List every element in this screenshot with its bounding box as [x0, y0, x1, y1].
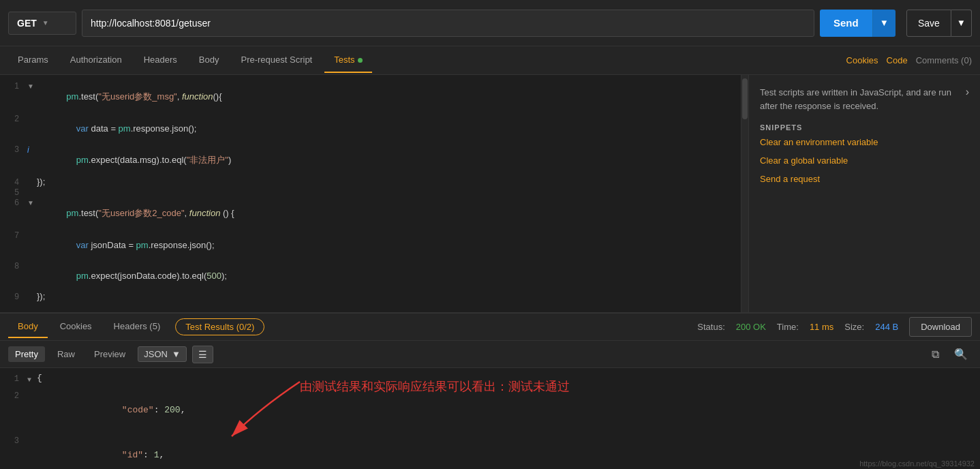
snippet-clear-global[interactable]: Clear a global variable — [760, 155, 969, 166]
tab-response-body[interactable]: Body — [8, 316, 48, 338]
fold-icon-6[interactable]: ▼ — [27, 197, 37, 207]
tab-authorization[interactable]: Authorization — [61, 48, 132, 73]
tab-pre-request[interactable]: Pre-request Script — [231, 48, 322, 73]
size-value: 244 B — [875, 322, 898, 332]
url-input[interactable] — [82, 10, 814, 37]
tab-test-results[interactable]: Test Results (0/2) — [175, 318, 264, 335]
request-tabs: Params Authorization Headers Body Pre-re… — [8, 48, 846, 73]
format-bar-right: ⧉ 🔍 — [928, 346, 972, 362]
format-bar: Pretty Raw Preview JSON ▼ ☰ ⧉ 🔍 — [0, 341, 980, 368]
resp-line-2: 2 "code": 200, — [0, 388, 980, 433]
code-editor[interactable]: 1 ▼ pm.test("无userid参数_msg", function(){… — [0, 75, 741, 312]
response-code-editor[interactable]: 1 ▼ { 2 "code": 200, 3 — [0, 368, 980, 469]
response-code-area: 1 ▼ { 2 "code": 200, 3 — [0, 368, 980, 469]
copy-button[interactable]: ⧉ — [928, 346, 943, 362]
send-button[interactable]: Send — [820, 10, 872, 37]
method-chevron-icon: ▼ — [42, 19, 49, 27]
footer: https://blog.csdn.net/qq_39314932 — [854, 458, 980, 469]
json-type-select[interactable]: JSON ▼ — [138, 346, 187, 362]
app-container: GET ▼ Send ▼ Save ▼ Params Authorization… — [0, 0, 980, 469]
code-line-5: 5 — [0, 187, 741, 197]
snippet-send-request[interactable]: Send a request — [760, 174, 969, 184]
code-line-9: 9 }); — [0, 291, 741, 301]
method-select[interactable]: GET ▼ — [8, 12, 76, 35]
response-tab-bar: Body Cookies Headers (5) Test Results (0… — [0, 314, 980, 341]
code-link[interactable]: Code — [887, 55, 908, 65]
status-value: 200 OK — [736, 322, 766, 332]
code-line-4: 4 }); — [0, 177, 741, 187]
code-line-3: 3 i pm.expect(data.msg).to.eql("非法用户") — [0, 144, 741, 177]
json-chevron-icon: ▼ — [172, 349, 181, 359]
code-line-7: 7 var jsonData = pm.response.json(); — [0, 230, 741, 260]
search-button[interactable]: 🔍 — [950, 346, 972, 362]
snippets-panel: Test scripts are written in JavaScript, … — [748, 75, 980, 312]
scrollbar-thumb[interactable] — [742, 78, 748, 119]
tab-response-cookies[interactable]: Cookies — [50, 316, 102, 338]
resp-line-1: 1 ▼ { — [0, 371, 980, 388]
url-bar: GET ▼ Send ▼ Save ▼ — [0, 0, 980, 46]
wrap-toggle-button[interactable]: ☰ — [192, 346, 213, 363]
format-pretty-button[interactable]: Pretty — [8, 346, 45, 362]
tab-headers[interactable]: Headers — [134, 48, 187, 73]
tab-bar-right-actions: Cookies Code Comments (0) — [846, 55, 972, 65]
save-dropdown-button[interactable]: ▼ — [951, 10, 972, 37]
tab-tests[interactable]: Tests — [324, 48, 371, 73]
cookies-link[interactable]: Cookies — [846, 55, 878, 65]
fold-icon-1[interactable]: ▼ — [27, 80, 37, 90]
size-label: Size: — [844, 322, 864, 332]
save-button[interactable]: Save — [906, 10, 951, 37]
download-button[interactable]: Download — [909, 317, 972, 337]
editor-scrollbar[interactable] — [741, 75, 748, 312]
format-raw-button[interactable]: Raw — [50, 346, 82, 362]
status-label: Status: — [697, 322, 724, 332]
snippets-title: SNIPPETS — [760, 123, 969, 132]
method-label: GET — [17, 18, 37, 29]
editor-panel: 1 ▼ pm.test("无userid参数_msg", function(){… — [0, 75, 741, 312]
time-value: 11 ms — [810, 322, 833, 332]
time-label: Time: — [777, 322, 799, 332]
send-dropdown-button[interactable]: ▼ — [872, 10, 895, 37]
code-line-6: 6 ▼ pm.test("无userid参数2_code", function … — [0, 197, 741, 230]
comments-link[interactable]: Comments (0) — [916, 55, 972, 65]
code-line-2: 2 var data = pm.response.json(); — [0, 113, 741, 144]
middle-section: 1 ▼ pm.test("无userid参数_msg", function(){… — [0, 75, 980, 312]
resp-line-3: 3 "id": 1, — [0, 433, 980, 469]
snippet-clear-env[interactable]: Clear an environment variable — [760, 137, 969, 147]
snippets-collapse-button[interactable]: › — [966, 86, 969, 98]
tab-response-headers[interactable]: Headers (5) — [104, 316, 170, 338]
resp-fold-icon[interactable]: ▼ — [27, 371, 37, 388]
response-area: Body Cookies Headers (5) Test Results (0… — [0, 312, 980, 469]
code-line-1: 1 ▼ pm.test("无userid参数_msg", function(){ — [0, 80, 741, 113]
format-preview-button[interactable]: Preview — [87, 346, 132, 362]
response-meta: Status: 200 OK Time: 11 ms Size: 244 B D… — [697, 317, 972, 337]
request-tab-bar: Params Authorization Headers Body Pre-re… — [0, 46, 980, 75]
code-line-8: 8 pm.expect(jsonData.code).to.eql(500); — [0, 260, 741, 291]
tab-body[interactable]: Body — [189, 48, 229, 73]
snippets-description: Test scripts are written in JavaScript, … — [760, 86, 966, 112]
info-icon-3: i — [27, 144, 37, 155]
tests-dot-icon — [358, 58, 363, 63]
response-tabs: Body Cookies Headers (5) Test Results (0… — [8, 316, 697, 338]
footer-url: https://blog.csdn.net/qq_39314932 — [859, 459, 975, 468]
tab-params[interactable]: Params — [8, 48, 58, 73]
